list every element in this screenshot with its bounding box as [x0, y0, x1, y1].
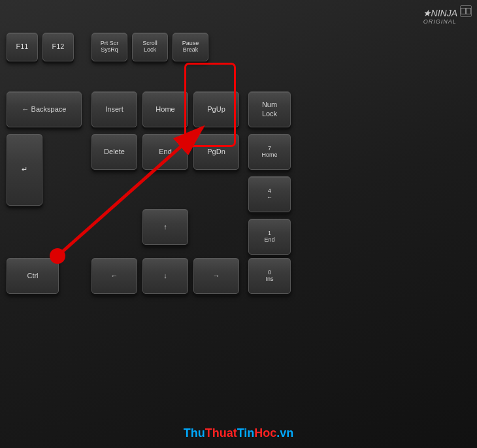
wm-thuat: Thuat: [205, 426, 237, 440]
key-prtsc[interactable]: Prt ScrSysRq: [91, 33, 127, 61]
key-num0[interactable]: 0Ins: [248, 258, 291, 294]
key-f11-label: F11: [16, 42, 29, 51]
key-pgup[interactable]: PgUp: [193, 91, 239, 127]
key-end[interactable]: End: [142, 134, 188, 170]
watermark: ThuThuatTinHoc.vn: [184, 426, 294, 440]
key-f12-label: F12: [52, 42, 65, 51]
key-left[interactable]: ←: [91, 258, 137, 294]
key-f11[interactable]: F11: [7, 33, 38, 61]
key-ctrl[interactable]: Ctrl: [7, 258, 59, 294]
key-delete[interactable]: Delete: [91, 134, 137, 170]
key-pause[interactable]: PauseBreak: [173, 33, 208, 61]
key-num1[interactable]: 1End: [248, 219, 291, 255]
key-num1-bottom: End: [264, 237, 274, 244]
key-prtsc-bottom: SysRq: [101, 47, 118, 54]
key-ctrl-label: Ctrl: [27, 272, 38, 280]
key-numlock-label: Num Lock: [262, 101, 277, 118]
keyboard-image: ★NINJA ORIGINAL F11F12Prt ScrSysRqScroll…: [0, 0, 477, 448]
key-home-label: Home: [156, 105, 174, 114]
key-end-label: End: [159, 148, 172, 156]
ninja-original: ORIGINAL: [423, 18, 457, 25]
key-home[interactable]: Home: [142, 91, 188, 127]
key-num7[interactable]: 7Home: [248, 134, 291, 170]
key-down[interactable]: ↓: [142, 258, 188, 294]
wm-hoc: Hoc: [254, 426, 276, 440]
ninja-logo: ★NINJA ORIGINAL: [423, 8, 457, 25]
key-up[interactable]: ↑: [142, 209, 188, 245]
key-scroll-bottom: Lock: [144, 47, 156, 54]
key-right[interactable]: →: [193, 258, 239, 294]
corner-icon: [460, 5, 472, 17]
ninja-star: ★NINJA: [423, 8, 457, 18]
key-backspace-label: ← Backspace: [22, 105, 67, 114]
key-pgdn-label: PgDn: [207, 148, 225, 156]
key-scroll[interactable]: ScrollLock: [132, 33, 168, 61]
key-left-label: ←: [111, 272, 118, 280]
key-num7-bottom: Home: [261, 152, 277, 159]
key-delete-label: Delete: [104, 148, 125, 156]
key-right-label: →: [213, 272, 220, 280]
key-enter-area[interactable]: ↵: [7, 134, 42, 206]
key-pgup-label: PgUp: [207, 105, 225, 114]
arrow-annotation: [0, 0, 477, 448]
key-pause-bottom: Break: [183, 47, 199, 54]
wm-thu: Thu: [184, 426, 205, 440]
key-insert[interactable]: Insert: [91, 91, 137, 127]
key-num4[interactable]: 4←: [248, 176, 291, 212]
key-insert-label: Insert: [105, 105, 123, 114]
key-pgdn[interactable]: PgDn: [193, 134, 239, 170]
wm-tin: Tin: [237, 426, 255, 440]
key-numlock[interactable]: Num Lock: [248, 91, 291, 127]
key-num0-bottom: Ins: [265, 276, 273, 283]
key-backspace[interactable]: ← Backspace: [7, 91, 82, 127]
key-enter-area-label: ↵: [22, 165, 27, 174]
key-num4-bottom: ←: [267, 195, 272, 201]
wm-rest: .vn: [276, 426, 293, 440]
key-f12[interactable]: F12: [42, 33, 74, 61]
key-down-label: ↓: [163, 272, 167, 280]
key-up-label: ↑: [163, 223, 167, 231]
